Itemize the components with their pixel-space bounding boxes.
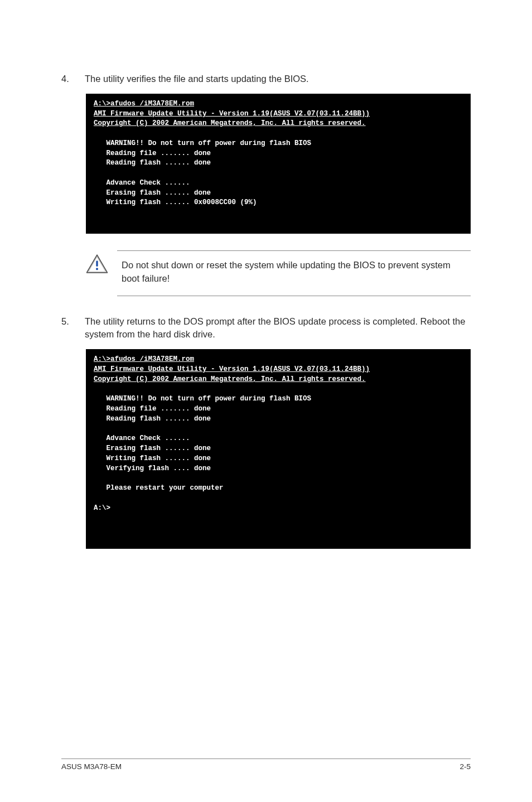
terminal-1-body: WARNING!! Do not turn off power during f… <box>94 139 311 207</box>
terminal-2-title: AMI Firmware Update Utility - Version 1.… <box>94 365 463 375</box>
terminal-1-title: AMI Firmware Update Utility - Version 1.… <box>94 109 463 119</box>
step-4: 4. The utility verifies the file and sta… <box>61 73 471 86</box>
warning-text: Do not shut down or reset the system whi… <box>117 250 471 296</box>
page-footer: ASUS M3A78-EM 2-5 <box>61 758 471 771</box>
terminal-2-body: WARNING!! Do not turn off power during f… <box>94 395 311 511</box>
terminal-1-cmd: A:\>afudos /iM3A78EM.rom <box>94 99 463 109</box>
svg-rect-2 <box>96 260 98 267</box>
terminal-2-copyright: Copyright (C) 2002 American Megatrends, … <box>94 375 463 385</box>
warning-callout: Do not shut down or reset the system whi… <box>86 250 471 296</box>
step-5-text: The utility returns to the DOS prompt af… <box>85 315 471 342</box>
terminal-2-cmd: A:\>afudos /iM3A78EM.rom <box>94 355 463 365</box>
footer-page-number: 2-5 <box>460 762 471 771</box>
step-5-number: 5. <box>61 315 85 342</box>
svg-point-3 <box>96 268 98 270</box>
step-4-text: The utility verifies the file and starts… <box>85 73 471 86</box>
step-5: 5. The utility returns to the DOS prompt… <box>61 315 471 342</box>
warning-icon <box>86 250 117 276</box>
footer-product: ASUS M3A78-EM <box>61 762 122 771</box>
step-4-number: 4. <box>61 73 85 86</box>
terminal-1-copyright: Copyright (C) 2002 American Megatrends, … <box>94 119 463 129</box>
terminal-output-1: A:\>afudos /iM3A78EM.romAMI Firmware Upd… <box>86 94 471 234</box>
terminal-output-2: A:\>afudos /iM3A78EM.romAMI Firmware Upd… <box>86 349 471 548</box>
